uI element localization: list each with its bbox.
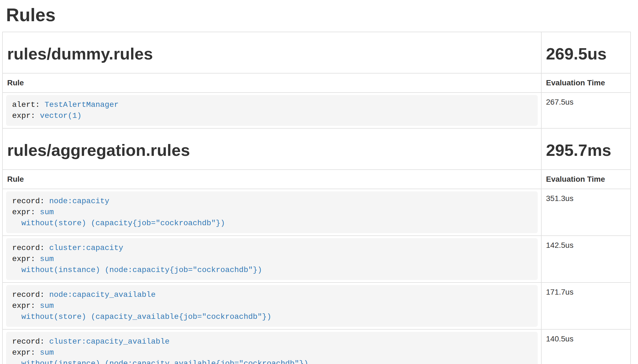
rule-row: record: node:capacity_available expr: su…: [2, 282, 631, 329]
group-evaluation-time-cell: 269.5us: [541, 32, 631, 73]
rules-page: Rules rules/dummy.rules 269.5us Rule Eva…: [0, 5, 638, 364]
rule-key-label: expr:: [12, 348, 35, 357]
rule-cell: record: cluster:capacity expr: sum witho…: [2, 236, 541, 282]
rule-row: record: cluster:capacity_available expr:…: [2, 329, 631, 364]
rule-key-label: alert:: [12, 100, 40, 109]
rule-key-label: expr:: [12, 208, 35, 216]
rule-key-label: record:: [12, 197, 45, 205]
rule-evaluation-time: 351.3us: [541, 189, 631, 236]
rule-key-label: expr:: [12, 301, 35, 310]
rule-value-link[interactable]: cluster:capacity_available: [49, 337, 169, 346]
rule-key-label: record:: [12, 290, 45, 299]
rule-evaluation-time: 140.5us: [541, 329, 631, 364]
rule-key-label: expr:: [12, 255, 35, 263]
column-header-evaluation-time: Evaluation Time: [541, 170, 631, 189]
group-file-name: rules/dummy.rules: [7, 45, 537, 63]
rule-value-link[interactable]: vector(1): [40, 112, 82, 120]
rule-value-link[interactable]: sum without(store) (capacity{job="cockro…: [12, 208, 225, 227]
rule-value-link[interactable]: sum without(store) (capacity_available{j…: [12, 301, 271, 321]
group-file-cell: rules/dummy.rules: [2, 32, 541, 73]
rule-code-block: record: cluster:capacity_available expr:…: [6, 332, 538, 364]
rule-cell: record: cluster:capacity_available expr:…: [2, 329, 541, 364]
rule-value-link[interactable]: node:capacity: [49, 197, 109, 205]
column-header-row: Rule Evaluation Time: [2, 73, 631, 93]
column-header-rule: Rule: [2, 170, 541, 189]
group-evaluation-time: 295.7ms: [546, 141, 626, 159]
rule-value-link[interactable]: sum without(instance) (node:capacity_ava…: [12, 348, 308, 364]
rule-value-link[interactable]: sum without(instance) (node:capacity{job…: [12, 255, 262, 274]
column-header-row: Rule Evaluation Time: [2, 170, 631, 189]
group-file-cell: rules/aggregation.rules: [2, 128, 541, 170]
group-evaluation-time-cell: 295.7ms: [541, 128, 631, 170]
rule-code-block: record: cluster:capacity expr: sum witho…: [6, 238, 538, 280]
group-evaluation-time: 269.5us: [546, 45, 626, 63]
rule-code-block: record: node:capacity_available expr: su…: [6, 285, 538, 327]
rule-value-link[interactable]: TestAlertManager: [45, 100, 119, 109]
rule-evaluation-time: 142.5us: [541, 236, 631, 282]
rule-evaluation-time: 171.7us: [541, 282, 631, 329]
rule-key-label: record:: [12, 244, 45, 252]
rule-key-label: record:: [12, 337, 45, 346]
rule-cell: record: node:capacity expr: sum without(…: [2, 189, 541, 236]
rule-group: rules/aggregation.rules 295.7ms Rule Eva…: [2, 128, 631, 364]
rule-evaluation-time: 267.5us: [541, 93, 631, 128]
rule-row: record: cluster:capacity expr: sum witho…: [2, 236, 631, 282]
rule-code-block: alert: TestAlertManager expr: vector(1): [6, 95, 538, 126]
column-header-rule: Rule: [2, 73, 541, 93]
rule-cell: record: node:capacity_available expr: su…: [2, 282, 541, 329]
rule-code-block: record: node:capacity expr: sum without(…: [6, 191, 538, 233]
group-file-name: rules/aggregation.rules: [7, 141, 537, 159]
rule-row: record: node:capacity expr: sum without(…: [2, 189, 631, 236]
rule-row: alert: TestAlertManager expr: vector(1) …: [2, 93, 631, 128]
rule-value-link[interactable]: cluster:capacity: [49, 244, 123, 252]
column-header-evaluation-time: Evaluation Time: [541, 73, 631, 93]
group-header-row: rules/dummy.rules 269.5us: [2, 32, 631, 73]
rule-key-label: expr:: [12, 112, 35, 120]
rules-table: rules/dummy.rules 269.5us Rule Evaluatio…: [2, 32, 631, 364]
rule-cell: alert: TestAlertManager expr: vector(1): [2, 93, 541, 128]
group-header-row: rules/aggregation.rules 295.7ms: [2, 128, 631, 170]
rule-value-link[interactable]: node:capacity_available: [49, 290, 155, 299]
page-title: Rules: [6, 5, 631, 25]
rule-group: rules/dummy.rules 269.5us Rule Evaluatio…: [2, 32, 631, 128]
